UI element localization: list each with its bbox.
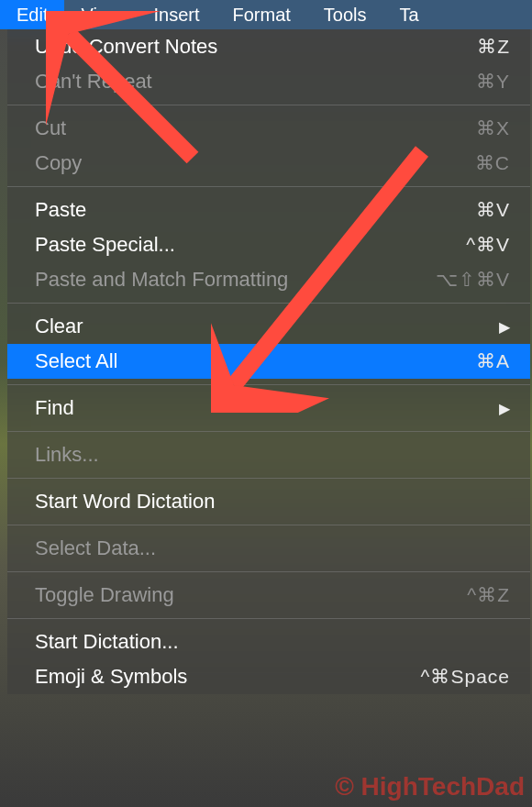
menu-item-shortcut: ⌘V — [476, 199, 510, 221]
menu-item-label: Copy — [35, 151, 82, 175]
submenu-arrow-icon: ▶ — [499, 400, 510, 417]
menu-item-label: Paste Special... — [35, 233, 175, 257]
menubar-item-ta[interactable]: Ta — [383, 0, 436, 29]
menu-item-select-all[interactable]: Select All⌘A — [7, 344, 530, 379]
menu-item-copy: Copy⌘C — [7, 146, 530, 181]
menu-item-emoji-symbols[interactable]: Emoji & Symbols^⌘Space — [7, 659, 530, 694]
menu-item-label: Select All — [35, 349, 118, 373]
menubar: EditViewInsertFormatToolsTa — [0, 0, 532, 29]
menubar-item-tools[interactable]: Tools — [307, 0, 383, 29]
menu-item-cut: Cut⌘X — [7, 111, 530, 146]
menu-item-toggle-drawing: Toggle Drawing^⌘Z — [7, 578, 530, 613]
menu-item-label: Start Dictation... — [35, 630, 179, 654]
menu-item-paste-and-match-formatting: Paste and Match Formatting⌥⇧⌘V — [7, 262, 530, 297]
edit-menu-dropdown: Undo Convert Notes⌘ZCan't Repeat⌘YCut⌘XC… — [7, 29, 530, 694]
menu-item-shortcut: ^⌘V — [466, 234, 510, 256]
menu-item-shortcut: ⌘A — [476, 350, 510, 372]
menu-item-label: Start Word Dictation — [35, 490, 215, 514]
menu-item-shortcut: ^⌘Space — [421, 666, 510, 688]
menubar-item-format[interactable]: Format — [216, 0, 307, 29]
menu-item-shortcut: ⌘C — [475, 152, 510, 174]
menu-item-links: Links... — [7, 437, 530, 472]
menu-item-label: Clear — [35, 315, 83, 338]
menu-item-paste[interactable]: Paste⌘V — [7, 193, 530, 227]
menu-separator — [7, 525, 530, 525]
menubar-item-insert[interactable]: Insert — [137, 0, 216, 29]
menu-separator — [7, 431, 530, 432]
menu-item-label: Undo Convert Notes — [35, 35, 217, 59]
menu-separator — [7, 186, 530, 187]
menubar-item-view[interactable]: View — [64, 0, 137, 29]
menu-item-label: Select Data... — [35, 536, 156, 560]
menu-item-label: Paste and Match Formatting — [35, 268, 288, 292]
menu-item-shortcut: ⌘X — [476, 117, 510, 139]
menu-item-label: Can't Repeat — [35, 70, 152, 94]
menu-separator — [7, 618, 530, 619]
menubar-item-label: Insert — [153, 5, 199, 26]
menu-item-label: Links... — [35, 443, 99, 467]
menu-separator — [7, 571, 530, 572]
menubar-item-label: View — [81, 5, 120, 26]
menu-item-shortcut: ^⌘Z — [467, 584, 510, 606]
menu-item-label: Emoji & Symbols — [35, 665, 187, 689]
submenu-arrow-icon: ▶ — [499, 318, 510, 336]
menu-item-label: Cut — [35, 116, 66, 140]
menu-item-clear[interactable]: Clear▶ — [7, 309, 530, 344]
menu-item-paste-special[interactable]: Paste Special...^⌘V — [7, 227, 530, 262]
menu-separator — [7, 105, 530, 105]
menu-item-label: Paste — [35, 198, 86, 222]
menubar-item-edit[interactable]: Edit — [0, 0, 64, 29]
menu-item-start-dictation[interactable]: Start Dictation... — [7, 625, 530, 659]
menu-item-start-word-dictation[interactable]: Start Word Dictation — [7, 484, 530, 519]
menu-item-shortcut: ⌥⇧⌘V — [436, 269, 510, 291]
menu-separator — [7, 303, 530, 304]
menu-item-shortcut: ⌘Y — [476, 71, 510, 93]
menu-item-find[interactable]: Find▶ — [7, 391, 530, 426]
menu-separator — [7, 478, 530, 479]
menu-separator — [7, 384, 530, 385]
menu-item-label: Find — [35, 396, 74, 420]
menu-item-can-t-repeat: Can't Repeat⌘Y — [7, 64, 530, 99]
menu-item-label: Toggle Drawing — [35, 583, 174, 607]
menubar-item-label: Tools — [324, 5, 367, 26]
menubar-item-label: Ta — [400, 5, 419, 26]
menubar-item-label: Format — [233, 5, 291, 26]
watermark: © HighTechDad — [335, 772, 525, 801]
menubar-item-label: Edit — [17, 5, 48, 26]
menu-item-undo-convert-notes[interactable]: Undo Convert Notes⌘Z — [7, 29, 530, 64]
menu-item-select-data: Select Data... — [7, 531, 530, 566]
menu-item-shortcut: ⌘Z — [477, 36, 510, 58]
